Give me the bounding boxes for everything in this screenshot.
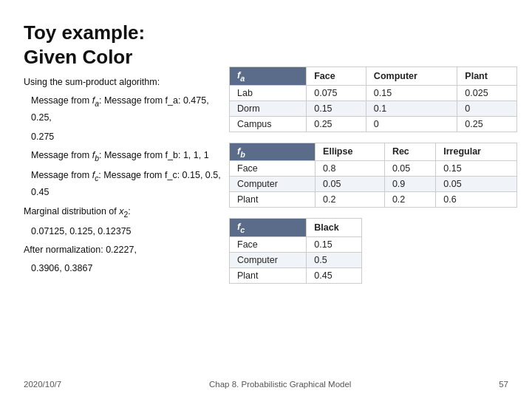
page-title: Toy example:Given Color xyxy=(24,21,231,69)
table-a-header-label: fa xyxy=(230,67,307,86)
table-a-col3: Plant xyxy=(457,67,517,86)
row-v2: 0.9 xyxy=(384,177,435,192)
row-v1: 0.8 xyxy=(316,161,385,177)
row-v3: 0.6 xyxy=(436,192,517,208)
row-v2: 0.15 xyxy=(366,85,457,100)
footer: 2020/10/7 Chap 8. Probabilistic Graphica… xyxy=(0,380,532,389)
table-row: Plant 0.2 0.2 0.6 xyxy=(230,192,517,208)
row-v3: 0.15 xyxy=(436,161,517,177)
row-label: Plant xyxy=(230,192,316,208)
table-c: fc Black Face 0.15Computer 0.5Plant 0.45 xyxy=(229,218,362,284)
row-label: Campus xyxy=(230,116,307,132)
text-fa-label: Message from fa: xyxy=(31,95,104,106)
text-line4: Message from fc: Message from f_c: 0.15,… xyxy=(31,168,231,200)
text-marginal-label: Marginal distribution of x2: xyxy=(24,206,131,216)
text-line6b: 0.3906, 0.3867 xyxy=(31,261,231,276)
text-line3: Message from fb: Message from f_b: 1, 1,… xyxy=(31,148,231,165)
table-b: fb Ellipse Rec Irregular Face 0.8 0.05 0… xyxy=(229,143,517,208)
text-line2: Message from fa: Message from f_a: 0.475… xyxy=(31,93,231,126)
table-row: Campus 0.25 0 0.25 xyxy=(230,116,517,132)
row-v1: 0.075 xyxy=(307,85,366,100)
row-label: Face xyxy=(230,236,307,252)
table-a-col2: Computer xyxy=(366,67,457,86)
table-b-col3: Irregular xyxy=(436,143,517,161)
table-a: fa Face Computer Plant Lab 0.075 0.15 0.… xyxy=(229,66,517,132)
text-line6: After normalization: 0.2227, xyxy=(24,242,231,258)
footer-title: Chap 8. Probabilistic Graphical Model xyxy=(209,380,351,389)
row-v1: 0.2 xyxy=(316,192,385,208)
row-v2: 0 xyxy=(366,116,457,132)
row-v3: 0 xyxy=(457,100,517,116)
table-c-block: fc Black Face 0.15Computer 0.5Plant 0.45 xyxy=(229,218,517,284)
table-b-col2: Rec xyxy=(384,143,435,161)
table-a-col1: Face xyxy=(307,67,366,86)
row-label: Face xyxy=(230,161,316,177)
row-v3: 0.05 xyxy=(436,177,517,192)
row-label: Lab xyxy=(230,85,307,100)
table-row: Dorm 0.15 0.1 0 xyxy=(230,100,517,116)
footer-date: 2020/10/7 xyxy=(24,380,61,389)
text-line1: Using the sum-product algorithm: xyxy=(24,75,231,90)
left-text: Using the sum-product algorithm: Message… xyxy=(24,75,231,277)
row-v1: 0.15 xyxy=(307,100,366,116)
row-v1: 0.45 xyxy=(307,267,362,283)
row-v3: 0.025 xyxy=(457,85,517,100)
table-row: Computer 0.05 0.9 0.05 xyxy=(230,177,517,192)
row-v2: 0.1 xyxy=(366,100,457,116)
row-label: Computer xyxy=(230,177,316,192)
right-panel: fa Face Computer Plant Lab 0.075 0.15 0.… xyxy=(229,66,517,294)
text-line2b: 0.275 xyxy=(31,129,231,145)
table-b-block: fb Ellipse Rec Irregular Face 0.8 0.05 0… xyxy=(229,143,517,208)
table-c-col1: Black xyxy=(307,219,362,237)
row-v1: 0.5 xyxy=(307,252,362,267)
row-label: Plant xyxy=(230,267,307,283)
table-row: Lab 0.075 0.15 0.025 xyxy=(230,85,517,100)
table-a-block: fa Face Computer Plant Lab 0.075 0.15 0.… xyxy=(229,66,517,132)
text-line5: Marginal distribution of x2: xyxy=(24,204,231,221)
table-b-header-label: fb xyxy=(230,143,316,161)
row-label: Dorm xyxy=(230,100,307,116)
text-line5b: 0.07125, 0.125, 0.12375 xyxy=(31,224,231,239)
row-v1: 0.25 xyxy=(307,116,366,132)
row-v2: 0.2 xyxy=(384,192,435,208)
table-c-header-label: fc xyxy=(230,219,307,237)
table-row: Plant 0.45 xyxy=(230,267,362,283)
text-fb-label: Message from fb: xyxy=(31,150,104,160)
row-v1: 0.15 xyxy=(307,236,362,252)
row-v1: 0.05 xyxy=(316,177,385,192)
footer-page: 57 xyxy=(499,380,508,389)
left-panel: Toy example:Given Color Using the sum-pr… xyxy=(24,21,231,280)
table-row: Face 0.8 0.05 0.15 xyxy=(230,161,517,177)
page: Toy example:Given Color Using the sum-pr… xyxy=(0,0,532,399)
row-label: Computer xyxy=(230,252,307,267)
row-v2: 0.05 xyxy=(384,161,435,177)
table-b-col1: Ellipse xyxy=(316,143,385,161)
table-row: Computer 0.5 xyxy=(230,252,362,267)
row-v3: 0.25 xyxy=(457,116,517,132)
table-row: Face 0.15 xyxy=(230,236,362,252)
text-fc-label: Message from fc: xyxy=(31,170,103,180)
